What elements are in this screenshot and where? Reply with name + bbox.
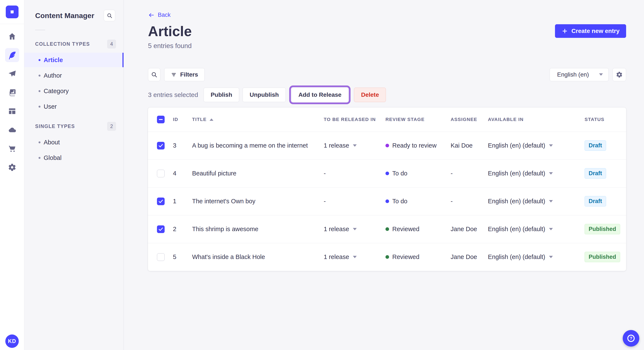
content-manager-feather-icon[interactable] bbox=[0, 46, 24, 64]
locale-value: English (en) (default) bbox=[488, 226, 545, 233]
sidebar-item-global[interactable]: Global bbox=[24, 151, 124, 165]
cell-id: 2 bbox=[173, 226, 192, 233]
collection-types-count: 4 bbox=[107, 39, 116, 48]
table-row[interactable]: 5 What's inside a Black Hole 1 release R… bbox=[148, 243, 626, 271]
sidebar-item-article[interactable]: Article bbox=[24, 53, 124, 67]
question-mark-circle-icon: ? bbox=[626, 334, 636, 343]
svg-text:?: ? bbox=[630, 336, 632, 341]
stage-label: Reviewed bbox=[392, 226, 419, 233]
table-header-row: ID TITLE TO BE RELEASED IN REVIEW STAGE … bbox=[148, 108, 626, 132]
table-row[interactable]: 3 A bug is becoming a meme on the intern… bbox=[148, 132, 626, 160]
sidebar-item-author[interactable]: Author bbox=[24, 68, 124, 83]
paper-plane-icon[interactable] bbox=[0, 64, 24, 83]
cell-assignee: Jane Doe bbox=[451, 226, 488, 233]
home-icon[interactable] bbox=[0, 27, 24, 46]
row-checkbox[interactable] bbox=[157, 253, 164, 261]
chevron-down-icon bbox=[549, 256, 553, 258]
chevron-down-icon bbox=[549, 144, 553, 147]
table-row[interactable]: 1 The internet's Own boy - To do - Engli… bbox=[148, 187, 626, 215]
stage-label: To do bbox=[392, 198, 408, 205]
table-row[interactable]: 2 This shrimp is awesome 1 release Revie… bbox=[148, 215, 626, 243]
page-title: Article bbox=[148, 24, 192, 38]
column-header-assignee[interactable]: ASSIGNEE bbox=[451, 117, 488, 122]
subnav-search-button[interactable] bbox=[104, 10, 115, 21]
arrow-left-icon bbox=[148, 12, 155, 18]
select-all-checkbox[interactable] bbox=[157, 116, 164, 123]
cloud-icon[interactable] bbox=[0, 121, 24, 139]
cell-available-in[interactable]: English (en) (default) bbox=[488, 170, 584, 177]
stage-label: To do bbox=[392, 170, 408, 177]
create-new-entry-button[interactable]: Create new entry bbox=[555, 24, 626, 38]
locale-select-value: English (en) bbox=[557, 71, 589, 78]
locale-value: English (en) (default) bbox=[488, 142, 545, 149]
strapi-logo[interactable] bbox=[6, 5, 18, 18]
cell-available-in[interactable]: English (en) (default) bbox=[488, 198, 584, 205]
cell-release[interactable]: - bbox=[324, 170, 386, 177]
unpublish-button[interactable]: Unpublish bbox=[242, 88, 286, 102]
column-header-id[interactable]: ID bbox=[173, 117, 192, 122]
release-caret chevron-down-icon bbox=[353, 256, 357, 258]
sidebar-item-label: Author bbox=[44, 72, 62, 79]
locale-select[interactable]: English (en) bbox=[550, 68, 609, 81]
cell-id: 5 bbox=[173, 253, 192, 260]
column-header-available-in[interactable]: AVAILABLE IN bbox=[488, 117, 584, 122]
cell-release[interactable]: 1 release bbox=[324, 142, 386, 149]
settings-gear-icon[interactable] bbox=[0, 158, 24, 177]
main-content: Back Article 5 entries found Create new … bbox=[124, 0, 644, 350]
delete-button[interactable]: Delete bbox=[354, 88, 386, 102]
search-icon bbox=[107, 13, 112, 18]
cell-title: The internet's Own boy bbox=[192, 198, 324, 205]
table-row[interactable]: 4 Beautiful picture - To do - English (e… bbox=[148, 160, 626, 187]
chevron-down-icon bbox=[549, 172, 553, 175]
sidebar-item-user[interactable]: User bbox=[24, 99, 124, 114]
cell-release[interactable]: 1 release bbox=[324, 253, 386, 260]
column-header-status[interactable]: STATUS bbox=[584, 117, 626, 122]
help-button[interactable]: ? bbox=[623, 330, 639, 347]
column-header-review-stage[interactable]: REVIEW STAGE bbox=[386, 117, 451, 122]
entries-table: ID TITLE TO BE RELEASED IN REVIEW STAGE … bbox=[148, 108, 626, 271]
media-library-icon[interactable] bbox=[0, 83, 24, 102]
table-body: 3 A bug is becoming a meme on the intern… bbox=[148, 132, 626, 271]
sidebar-item-about[interactable]: About bbox=[24, 135, 124, 150]
marketplace-cart-icon[interactable] bbox=[0, 139, 24, 158]
cell-available-in[interactable]: English (en) (default) bbox=[488, 142, 584, 149]
subnav-title: Content Manager bbox=[35, 11, 94, 20]
nav-rail: KD bbox=[0, 0, 24, 350]
cell-available-in[interactable]: English (en) (default) bbox=[488, 226, 584, 233]
cell-available-in[interactable]: English (en) (default) bbox=[488, 253, 584, 260]
release-value: 1 release bbox=[324, 142, 349, 149]
column-header-release[interactable]: TO BE RELEASED IN bbox=[324, 117, 386, 122]
plus-icon bbox=[562, 28, 568, 34]
cell-id: 1 bbox=[173, 198, 192, 205]
bullet-icon bbox=[38, 59, 40, 61]
row-checkbox[interactable] bbox=[157, 225, 164, 233]
release-caret chevron-down-icon bbox=[353, 144, 357, 147]
cell-review-stage: To do bbox=[386, 170, 451, 177]
cell-review-stage: To do bbox=[386, 198, 451, 205]
subnav-divider bbox=[35, 30, 45, 30]
sidebar-item-label: Category bbox=[44, 88, 69, 95]
content-type-builder-icon[interactable] bbox=[0, 102, 24, 121]
collection-types-label: COLLECTION TYPES bbox=[35, 41, 90, 47]
row-checkbox[interactable] bbox=[157, 142, 164, 150]
cell-release[interactable]: - bbox=[324, 198, 386, 205]
bullet-icon bbox=[38, 106, 40, 108]
locale-value: English (en) (default) bbox=[488, 198, 545, 205]
row-checkbox[interactable] bbox=[157, 197, 164, 205]
back-link[interactable]: Back bbox=[148, 12, 170, 18]
sidebar-item-category[interactable]: Category bbox=[24, 84, 124, 98]
cell-release[interactable]: 1 release bbox=[324, 226, 386, 233]
filters-button[interactable]: Filters bbox=[164, 68, 205, 81]
user-avatar[interactable]: KD bbox=[5, 335, 19, 348]
view-settings-button[interactable] bbox=[612, 68, 626, 81]
row-checkbox[interactable] bbox=[157, 170, 164, 177]
status-badge: Published bbox=[584, 224, 620, 234]
app-window: KD Content Manager COLLECTION TYPES 4 Ar… bbox=[0, 0, 644, 350]
cell-assignee: Kai Doe bbox=[451, 142, 488, 149]
cell-assignee: - bbox=[451, 170, 488, 177]
status-badge: Draft bbox=[584, 168, 606, 178]
add-to-release-button[interactable]: Add to Release bbox=[291, 88, 348, 102]
column-header-title[interactable]: TITLE bbox=[192, 117, 324, 122]
search-button[interactable] bbox=[148, 68, 160, 81]
publish-button[interactable]: Publish bbox=[204, 88, 239, 102]
